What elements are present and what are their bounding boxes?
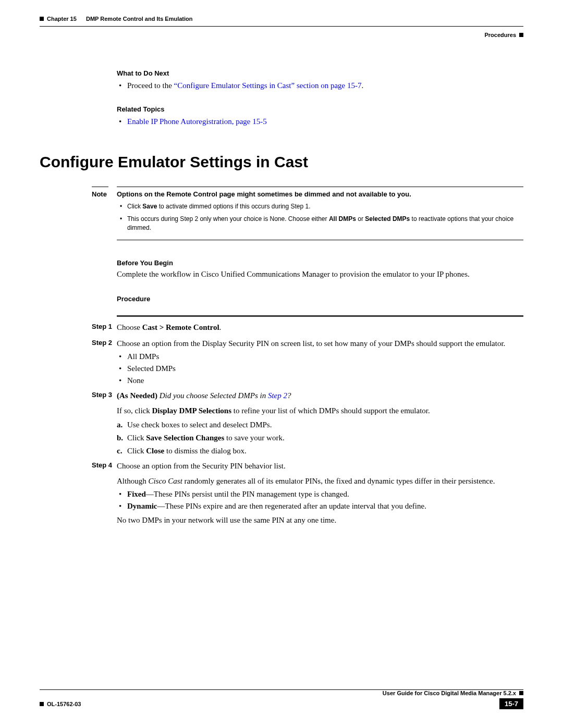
note-bullet-2: This occurs during Step 2 only when your… — [127, 215, 523, 232]
note-box: Note Options on the Remote Control page … — [92, 187, 523, 198]
running-header-left: Chapter 15 DMP Remote Control and Its Em… — [40, 16, 523, 22]
step-2: Step 2 Choose an option from the Display… — [40, 338, 523, 349]
step-3: Step 3 (As Needed) Did you choose Select… — [40, 390, 523, 401]
square-icon — [40, 702, 44, 706]
page-footer: User Guide for Cisco Digital Media Manag… — [40, 689, 523, 709]
note-bullet-1: Click Save to activate dimmed options if… — [127, 202, 523, 211]
chapter-number: Chapter 15 — [47, 16, 77, 22]
step-4-paragraph: Although Cisco Cast randomly generates a… — [117, 476, 523, 487]
page-title: Configure Emulator Settings in Cast — [40, 153, 523, 171]
step-3-paragraph: If so, click Display DMP Selections to r… — [117, 405, 523, 416]
related-item: Enable IP Phone Autoregistration, page 1… — [127, 116, 523, 127]
step-1-label: Step 1 — [40, 322, 117, 333]
doc-title: User Guide for Cisco Digital Media Manag… — [383, 690, 516, 696]
step-3-a: a.Use check boxes to select and deselect… — [127, 421, 523, 429]
section-name: Procedures — [484, 32, 516, 38]
procedure-rule — [117, 315, 523, 317]
step-2-label: Step 2 — [40, 338, 117, 349]
step-4-label: Step 4 — [40, 461, 117, 472]
note-label: Note — [92, 190, 117, 198]
related-topics-label: Related Topics — [117, 105, 523, 113]
step-4-last: No two DMPs in your network will use the… — [117, 515, 523, 526]
step-4-dynamic: Dynamic—These PINs expire and are then r… — [127, 502, 523, 511]
step-1: Step 1 Choose Cast > Remote Control. — [40, 322, 523, 333]
what-to-do-next-label: What to Do Next — [117, 69, 523, 77]
square-icon — [519, 691, 523, 695]
doc-id: OL-15762-03 — [47, 701, 81, 707]
square-icon — [519, 33, 523, 37]
note-lead: Options on the Remote Control page might… — [117, 187, 523, 198]
step-3-b: b.Click Save Selection Changes to save y… — [127, 434, 523, 442]
step-4-fixed: Fixed—These PINs persist until the PIN m… — [127, 490, 523, 499]
step-2-ref-link[interactable]: Step 2 — [268, 391, 287, 400]
step-4: Step 4 Choose an option from the Securit… — [40, 461, 523, 472]
running-header-right: Procedures — [40, 32, 523, 38]
step-3-label: Step 3 — [40, 390, 117, 401]
chapter-title: DMP Remote Control and Its Emulation — [86, 16, 193, 22]
header-rule — [40, 26, 523, 27]
note-bottom-rule — [117, 240, 523, 240]
page-number: 15-7 — [499, 698, 523, 709]
step-2-opt-2: Selected DMPs — [127, 364, 523, 373]
step-2-opt-1: All DMPs — [127, 352, 523, 361]
step-2-opt-3: None — [127, 376, 523, 385]
what-next-item: Proceed to the “Configure Emulator Setti… — [127, 80, 523, 91]
procedure-label: Procedure — [117, 295, 523, 303]
before-you-begin-text: Complete the workflow in Cisco Unified C… — [117, 269, 523, 279]
enable-autoreg-link[interactable]: Enable IP Phone Autoregistration, page 1… — [127, 117, 267, 126]
before-you-begin-label: Before You Begin — [117, 259, 523, 267]
configure-emulator-link[interactable]: “Configure Emulator Settings in Cast” se… — [174, 81, 362, 90]
step-3-c: c.Click Close to dismiss the dialog box. — [127, 447, 523, 455]
square-icon — [40, 17, 44, 21]
